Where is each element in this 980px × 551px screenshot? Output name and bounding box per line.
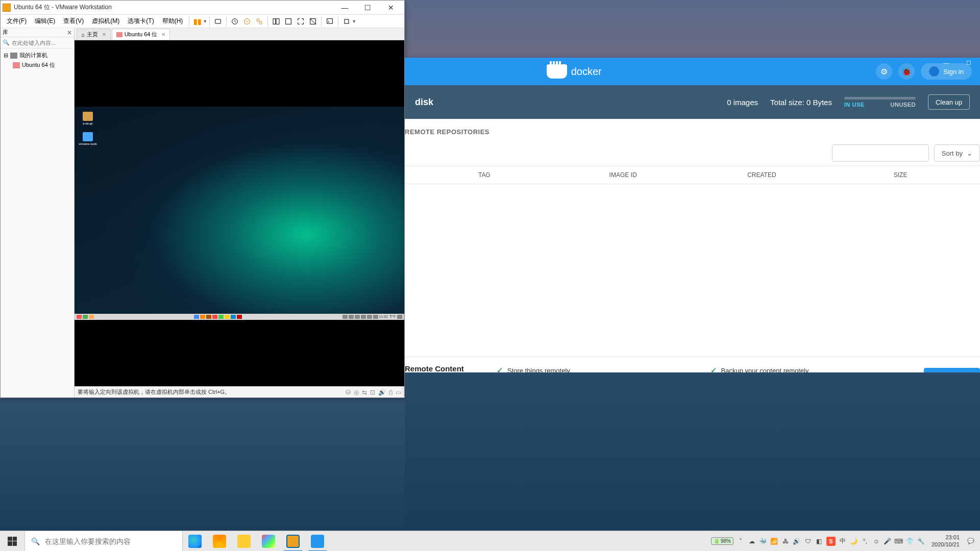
snapshot-manager-icon[interactable] xyxy=(253,15,265,28)
tray-overflow-icon[interactable]: ˄ xyxy=(737,537,745,545)
menu-view[interactable]: 查看(V) xyxy=(59,15,88,28)
library-view-icon[interactable] xyxy=(270,15,282,28)
cleanup-button[interactable]: Clean up xyxy=(928,94,970,110)
guest-tray-icon[interactable] xyxy=(361,315,366,319)
guest-app-icon[interactable] xyxy=(212,315,217,319)
maximize-button[interactable]: ☐ xyxy=(958,57,980,68)
device-printer-icon[interactable]: ⎙ xyxy=(389,389,393,396)
settings-icon[interactable]: ⚙ xyxy=(876,63,892,80)
library-search[interactable]: 🔍 ▼ xyxy=(1,37,74,48)
ime-keyboard-icon[interactable]: ⌨ xyxy=(895,537,903,545)
sort-dropdown[interactable]: Sort by ⌄ xyxy=(934,144,980,162)
guest-app-icon[interactable] xyxy=(194,315,199,319)
close-tab-icon[interactable]: ✕ xyxy=(161,32,165,37)
ime-punct-icon[interactable]: °, xyxy=(861,537,869,545)
col-created[interactable]: CREATED xyxy=(693,171,831,179)
menu-tabs[interactable]: 选项卡(T) xyxy=(124,15,158,28)
thumbnail-view-icon[interactable] xyxy=(282,15,295,28)
docker-tray-icon[interactable]: 🐳 xyxy=(759,537,767,545)
unity-icon[interactable] xyxy=(307,15,319,28)
tree-vm-ubuntu[interactable]: Ubuntu 64 位 xyxy=(11,60,73,70)
guest-app-icon[interactable] xyxy=(225,315,230,319)
search-input[interactable] xyxy=(12,40,82,46)
vm-console[interactable]: a.tar.gz vmware-tools xyxy=(75,40,404,386)
guest-tray-icon[interactable] xyxy=(342,315,348,319)
menu-vm[interactable]: 虚拟机(M) xyxy=(88,15,124,28)
guest-app-icon[interactable] xyxy=(218,315,224,319)
ime-mode[interactable]: 中 xyxy=(839,537,847,545)
device-sound-icon[interactable]: 🔊 xyxy=(378,389,386,396)
menu-help[interactable]: 帮助(H) xyxy=(158,15,187,28)
send-ctrl-alt-del-icon[interactable] xyxy=(212,15,224,28)
guest-tray-icon[interactable] xyxy=(349,315,354,319)
docker-titlebar[interactable]: docker ⚙ 🐞 👤 Sign in — ☐ xyxy=(405,58,980,85)
section-remote-repos[interactable]: REMOTE REPOSITORIES xyxy=(405,128,489,136)
taskbar-app-explorer[interactable] xyxy=(232,531,256,552)
taskbar-app-docker[interactable] xyxy=(305,531,330,552)
network-icon[interactable]: 🖧 xyxy=(781,537,790,545)
guest-app-icon[interactable] xyxy=(237,315,242,319)
tab-ubuntu[interactable]: Ubuntu 64 位 ✕ xyxy=(112,29,170,40)
volume-icon[interactable]: 🔊 xyxy=(793,537,801,545)
guest-tray-icon[interactable] xyxy=(367,315,372,319)
guest-app-icon[interactable] xyxy=(77,315,82,319)
menu-file[interactable]: 文件(F) xyxy=(3,15,31,28)
close-panel-icon[interactable]: ✕ xyxy=(67,29,72,36)
guest-tray-icon[interactable] xyxy=(397,315,402,319)
pause-button[interactable]: ▮▮ xyxy=(191,15,204,28)
guest-tray-icon[interactable] xyxy=(373,315,378,319)
close-button[interactable]: ✕ xyxy=(379,1,402,14)
console-view-icon[interactable] xyxy=(324,15,336,28)
start-button[interactable] xyxy=(0,531,24,551)
ime-skin-icon[interactable]: 👕 xyxy=(906,537,914,545)
snapshot-icon[interactable] xyxy=(229,15,241,28)
onedrive-icon[interactable]: ☁ xyxy=(748,537,756,545)
col-size[interactable]: SIZE xyxy=(831,171,970,179)
device-display-icon[interactable]: ▭ xyxy=(396,389,401,396)
guest-app-icon[interactable] xyxy=(200,315,205,319)
fullscreen-icon[interactable] xyxy=(295,15,307,28)
moon-icon[interactable]: 🌙 xyxy=(850,537,858,545)
ime-emoji-icon[interactable]: ☺ xyxy=(872,537,880,545)
snapshot-revert-icon[interactable] xyxy=(241,15,253,28)
maximize-button[interactable]: ☐ xyxy=(356,1,379,14)
guest-app-icon[interactable] xyxy=(231,315,236,319)
tab-home[interactable]: ⌂ 主页 ✕ xyxy=(77,29,111,40)
dropdown-icon[interactable]: ▼ xyxy=(203,19,207,24)
battery-indicator[interactable]: 🔋98% xyxy=(711,537,733,545)
bug-icon[interactable]: 🐞 xyxy=(898,63,915,80)
menu-edit[interactable]: 编辑(E) xyxy=(31,15,59,28)
device-usb-icon[interactable]: ⊡ xyxy=(370,389,375,396)
col-tag[interactable]: TAG xyxy=(415,171,554,179)
taskbar-app-paint[interactable] xyxy=(256,531,281,552)
guest-taskbar[interactable]: 11:01 下午 xyxy=(75,314,404,320)
guest-app-icon[interactable] xyxy=(89,315,94,319)
close-tab-icon[interactable]: ✕ xyxy=(102,32,106,37)
ime-voice-icon[interactable]: 🎤 xyxy=(884,537,892,545)
guest-desktop[interactable]: a.tar.gz vmware-tools xyxy=(75,107,404,320)
stretch-icon[interactable] xyxy=(340,15,353,28)
guest-tray-icon[interactable] xyxy=(355,315,360,319)
minimize-button[interactable]: — xyxy=(935,57,958,68)
taskbar-app-vmware[interactable] xyxy=(281,531,305,552)
sogou-ime-icon[interactable]: S xyxy=(826,537,836,546)
dropdown-icon[interactable]: ▼ xyxy=(352,19,356,24)
taskbar-app-browser[interactable] xyxy=(207,531,232,552)
device-harddisk-icon[interactable]: ⛁ xyxy=(346,389,351,396)
taskbar-app-edge[interactable] xyxy=(183,531,207,552)
notifications-icon[interactable]: 💬 xyxy=(966,538,976,544)
vmware-titlebar[interactable]: Ubuntu 64 位 - VMware Workstation — ☐ ✕ xyxy=(1,1,404,15)
ime-toolbox-icon[interactable]: 🔧 xyxy=(917,537,925,545)
search-input[interactable] xyxy=(832,144,929,162)
guest-app-icon[interactable] xyxy=(83,315,88,319)
app-tray-icon[interactable]: ◧ xyxy=(815,537,823,545)
taskbar-clock[interactable]: 23:01 2020/10/21 xyxy=(928,534,963,547)
tree-my-computer[interactable]: ⊟ 我的计算机 xyxy=(2,51,73,60)
guest-app-icon[interactable] xyxy=(206,315,211,319)
security-icon[interactable]: 🛡 xyxy=(804,537,812,545)
desktop-folder-vmware[interactable]: vmware-tools xyxy=(78,132,98,145)
minimize-button[interactable]: — xyxy=(333,1,356,14)
col-image-id[interactable]: IMAGE ID xyxy=(554,171,693,179)
search-input[interactable] xyxy=(45,537,176,545)
device-network-icon[interactable]: ⇆ xyxy=(362,389,367,396)
